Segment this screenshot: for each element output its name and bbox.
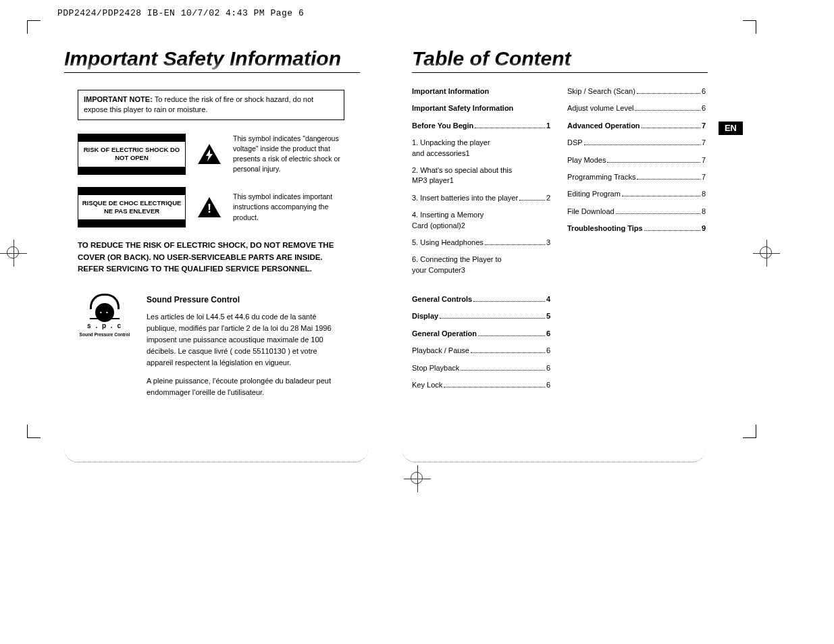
toc-entry: Key Lock6 (412, 380, 550, 390)
toc-entry: DSP7 (567, 138, 706, 148)
toc-entry: Troubleshooting Tips9 (567, 223, 706, 234)
page-curve (402, 442, 706, 462)
toc-entry: Programming Tracks7 (567, 172, 706, 182)
toc-entry: General Controls4 (412, 294, 550, 304)
toc-column: Skip / Search (Scan)6Adjust volume Level… (567, 86, 706, 397)
registration-mark (404, 465, 431, 492)
bolt-icon (198, 144, 221, 164)
important-note: IMPORTANT NOTE: To reduce the risk of fi… (78, 90, 344, 120)
cover-warning: TO REDUCE THE RISK OF ELECTRIC SHOCK, DO… (78, 240, 344, 275)
crop-mark (27, 425, 41, 438)
toc-entry: Stop Playback6 (412, 363, 550, 373)
toc-entry: 3. Insert batteries into the player2 (412, 193, 550, 203)
toc-entry: Important Information (412, 86, 550, 97)
toc-entry: 4. Inserting a MemoryCard (optional)2 (412, 210, 550, 231)
toc-entry: 1. Unpacking the playerand accessories1 (412, 138, 550, 159)
language-tab: EN (719, 122, 743, 135)
shock-label-en: RISK OF ELECTRIC SHOCK DO NOT OPEN (78, 134, 186, 175)
spc-logo: • • s . p . c Sound Pressure Control (78, 294, 132, 405)
toc-entry: Before You Begin1 (412, 121, 550, 131)
toc-entry: Important Safety Information (412, 103, 550, 113)
exclamation-icon: ! (198, 197, 221, 217)
toc-entry: Skip / Search (Scan)6 (567, 86, 706, 97)
spc-heading: Sound Pressure Control (147, 294, 344, 306)
crop-mark (743, 20, 756, 34)
safety-heading: Important Safety Information (64, 47, 360, 73)
toc-entry: General Operation6 (412, 329, 550, 339)
shock-warning-en: RISK OF ELECTRIC SHOCK DO NOT OPEN This … (78, 134, 344, 175)
crop-mark (743, 425, 756, 438)
toc-entry: Display5 (412, 311, 550, 321)
shock-warning-fr: RISQUE DE CHOC ELECTRIQUE NE PAS ENLEVER… (78, 187, 344, 228)
exclamation-description: This symbol indicates important instruct… (233, 192, 344, 223)
registration-mark (0, 240, 27, 267)
toc-entry: Play Modes7 (567, 155, 706, 165)
bolt-description: This symbol indicates "dangerous voltage… (233, 134, 344, 175)
spc-paragraph: A pleine puissance, l'écoute prolongée d… (147, 375, 344, 398)
crop-mark (27, 20, 41, 34)
shock-label-fr: RISQUE DE CHOC ELECTRIQUE NE PAS ENLEVER (78, 187, 186, 228)
toc-entry: 6. Connecting the Player toyour Computer… (412, 254, 550, 275)
toc-entry: Advanced Operation7 (567, 121, 706, 131)
spc-paragraph: Les articles de loi L44.5 et 44.6 du cod… (147, 311, 344, 369)
registration-mark (753, 240, 780, 267)
toc-entry: File Download8 (567, 207, 706, 217)
print-slug: PDP2424/PDP2428 IB-EN 10/7/02 4:43 PM Pa… (57, 8, 304, 18)
toc-column: Important InformationImportant Safety In… (412, 86, 550, 397)
toc-entry: Playback / Pause6 (412, 346, 550, 356)
toc-entry: Adjust volume Level6 (567, 103, 706, 113)
page-curve (64, 442, 368, 462)
toc-entry: 5. Using Headphones3 (412, 238, 550, 248)
toc-entry: 2. What's so special about thisMP3 playe… (412, 165, 550, 186)
toc-heading: Table of Content (412, 47, 708, 73)
toc-entry: Editing Program8 (567, 189, 706, 199)
